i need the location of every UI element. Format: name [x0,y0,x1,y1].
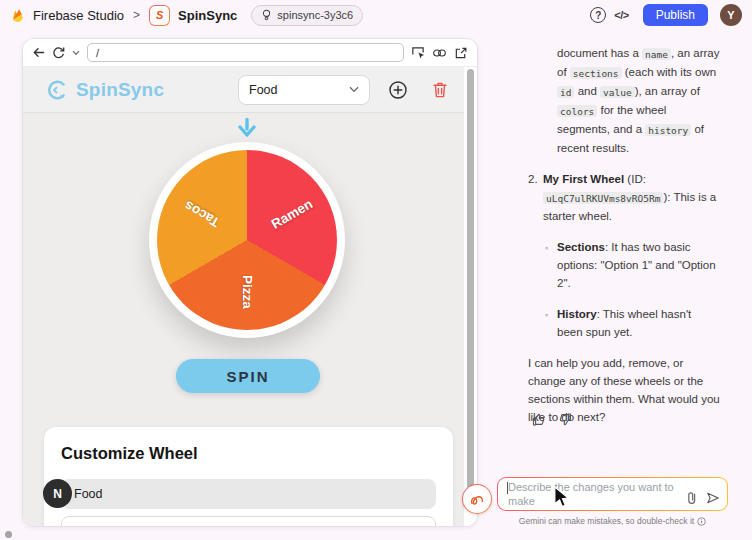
spinsync-app-header: SpinSync Food [23,67,464,113]
wheel-select[interactable]: Food [238,75,370,105]
wheel-name-value: Food [74,487,103,501]
gemini-agent-button[interactable] [462,484,492,514]
back-icon[interactable] [32,46,45,59]
code-icon[interactable]: </> [614,9,628,21]
workspace-balloon-icon [261,9,272,21]
chat-sub-bullet: ◦History: This wheel hasn't been spun ye… [528,305,720,341]
chat-paragraph: document has a name, an array of section… [528,44,720,157]
wheel-name-input[interactable]: N Food [61,479,436,509]
url-value: / [96,47,99,59]
url-input[interactable]: / [87,43,404,62]
link-icon[interactable] [432,47,447,59]
publish-button[interactable]: Publish [643,4,708,26]
spinsync-app-icon[interactable]: S [149,5,170,26]
top-bar: Firebase Studio > S SpinSync spinsync-3y… [0,0,752,30]
wheel-select-value: Food [249,83,278,97]
spinsync-brand: SpinSync [45,78,164,102]
help-icon[interactable]: ? [590,7,606,23]
refresh-icon[interactable] [52,46,65,59]
list-item-content: History: This wheel hasn't been spun yet… [557,305,720,341]
chat-list-item: 2.My First Wheel (ID: uLqC7ulRKUVms8vRO5… [528,170,720,225]
firebase-logo-icon [10,8,25,23]
wheel-segment-label: Ramen [269,196,315,231]
code-chip: value [600,86,635,98]
spinsync-logo-icon [45,78,69,102]
chat-sub-bullet: ◦Sections: It has two basic options: "Op… [528,238,720,292]
list-marker: 2. [528,170,543,225]
thumbs-down-icon[interactable] [558,412,573,427]
spinsync-brand-label: SpinSync [76,79,164,101]
select-element-icon[interactable] [411,46,425,60]
thumbs-up-icon[interactable] [531,412,546,427]
wheel-segment-label: Pizza [240,275,255,309]
breadcrumb-product[interactable]: Firebase Studio [33,8,124,23]
wheel-pointer-icon [235,117,259,140]
code-chip: id [557,86,574,98]
delete-wheel-button[interactable] [432,81,448,99]
code-chip: colors [557,105,597,117]
open-in-new-window-icon[interactable] [454,46,468,60]
preview-toolbar: / [23,39,477,67]
code-chip: history [645,124,691,136]
section-input-partial[interactable] [61,516,436,526]
add-wheel-button[interactable] [388,80,408,100]
code-chip: sections [570,67,622,79]
workspace-badge[interactable]: spinsync-3y3c6 [251,5,363,26]
code-chip: uLqC7ulRKUVms8vRO5Rm [543,192,663,204]
chat-input-placeholder: Describe the changes you want to make [508,481,686,508]
web-preview-panel: / SpinSync [22,38,478,527]
refresh-chevron-icon[interactable] [72,50,80,56]
trash-icon [432,81,448,99]
info-icon[interactable] [697,517,706,526]
collaborator-presence-badge: N [43,479,72,508]
scrollbar-thumb[interactable] [467,69,474,489]
preview-scrollbar [464,67,477,526]
wheel-segment-label: Tacos [182,198,222,230]
spinsync-app-content: RamenPizzaTacos SPIN Customize Wheel N F… [23,113,464,526]
gemini-disclaimer: Gemini can make mistakes, so double-chec… [497,516,728,526]
wheel-face: RamenPizzaTacos [157,150,337,330]
chat-input[interactable]: Describe the changes you want to make [497,477,728,511]
message-feedback [531,412,573,427]
list-item-content: My First Wheel (ID: uLqC7ulRKUVms8vRO5Rm… [543,170,720,225]
attach-icon[interactable] [686,491,697,505]
breadcrumb-separator: > [133,8,140,22]
send-icon[interactable] [705,491,720,505]
list-marker: ◦ [545,305,557,341]
mouse-cursor [552,486,572,508]
customize-wheel-card: Customize Wheel N Food [44,427,453,526]
list-item-content: Sections: It has two basic options: "Opt… [557,238,720,292]
chat-messages: document has a name, an array of section… [528,44,720,439]
spinner-wheel: RamenPizzaTacos [149,142,345,338]
breadcrumb-app-name[interactable]: SpinSync [178,8,237,23]
spin-button[interactable]: SPIN [176,359,320,393]
list-marker: ◦ [545,238,557,292]
workspace-badge-label: spinsync-3y3c6 [277,9,353,21]
user-avatar[interactable]: Y [720,4,742,26]
customize-wheel-heading: Customize Wheel [61,444,436,463]
corner-dot [5,531,12,538]
code-chip: name [642,48,671,60]
chevron-down-icon [349,86,359,93]
scribble-icon [467,489,487,509]
